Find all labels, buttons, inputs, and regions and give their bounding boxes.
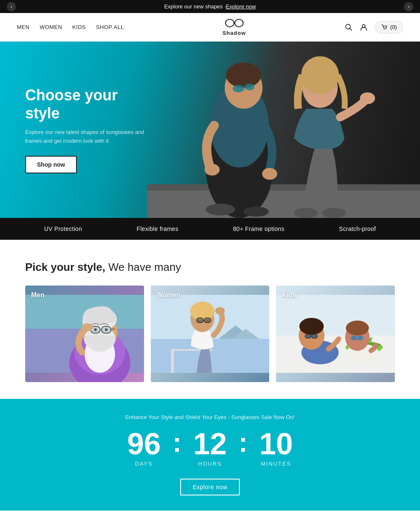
style-card-kids-label: Kids bbox=[282, 291, 297, 299]
nav-left: MEN WOMEN KIDS SHOP ALL bbox=[17, 24, 124, 30]
peoples-pick-section: People's pick 10+ frame options Eyeglass… bbox=[0, 511, 420, 524]
svg-point-20 bbox=[262, 168, 277, 180]
svg-point-27 bbox=[322, 208, 346, 218]
svg-line-3 bbox=[225, 22, 226, 23]
countdown-promo-text: Enhance Your Style and Shield Your Eyes … bbox=[17, 414, 403, 420]
announcement-text: Explore our new shapes · bbox=[164, 3, 226, 10]
countdown-hours-label: HOURS bbox=[198, 461, 222, 467]
cart-count: (0) bbox=[390, 24, 397, 30]
nav-men[interactable]: MEN bbox=[17, 24, 29, 30]
svg-point-9 bbox=[386, 29, 386, 29]
style-card-kids[interactable]: Kids bbox=[276, 286, 395, 382]
svg-line-6 bbox=[350, 28, 352, 30]
svg-point-0 bbox=[226, 19, 234, 27]
countdown-hours: 12 HOURS bbox=[185, 429, 235, 467]
svg-rect-11 bbox=[147, 191, 420, 218]
style-card-women[interactable]: Women bbox=[151, 286, 270, 382]
svg-rect-56 bbox=[204, 318, 210, 322]
svg-point-22 bbox=[244, 207, 269, 217]
hero-illustration bbox=[147, 42, 420, 218]
countdown-explore-button[interactable]: Explore now bbox=[180, 479, 240, 495]
announcement-prev-button[interactable]: ‹ bbox=[7, 2, 16, 11]
style-grid: Men bbox=[25, 286, 395, 382]
hero-title: Choose your style bbox=[25, 86, 151, 122]
svg-rect-50 bbox=[171, 349, 173, 373]
logo-text: Shadow bbox=[223, 30, 246, 36]
countdown-days-number: 96 bbox=[127, 429, 161, 459]
svg-point-17 bbox=[244, 84, 255, 90]
svg-point-72 bbox=[346, 321, 369, 336]
countdown-minutes-number: 10 bbox=[259, 429, 293, 459]
svg-point-53 bbox=[190, 301, 214, 320]
svg-rect-55 bbox=[197, 318, 203, 322]
logo-icon bbox=[225, 18, 244, 30]
style-section-title: Pick your style, We have many bbox=[25, 261, 395, 274]
hero-shop-now-button[interactable]: Shop now bbox=[25, 156, 77, 173]
nav-right: (0) bbox=[344, 21, 403, 34]
countdown-days-label: DAYS bbox=[135, 461, 152, 467]
svg-point-21 bbox=[206, 204, 235, 215]
nav-shop-all[interactable]: SHOP ALL bbox=[96, 24, 124, 30]
account-icon[interactable] bbox=[360, 23, 368, 31]
svg-rect-67 bbox=[305, 334, 311, 338]
svg-rect-73 bbox=[352, 336, 357, 340]
svg-rect-68 bbox=[312, 334, 318, 338]
hero-section: Choose your style Explore our new latest… bbox=[0, 42, 420, 218]
feature-uv-protection: UV Protection bbox=[44, 225, 82, 232]
nav-women[interactable]: WOMEN bbox=[39, 24, 62, 30]
svg-point-44 bbox=[82, 323, 93, 331]
features-bar: UV Protection Flexible frames 80+ Frame … bbox=[0, 218, 420, 240]
style-section: Pick your style, We have many Men bbox=[0, 240, 420, 399]
svg-point-42 bbox=[94, 328, 97, 331]
svg-point-25 bbox=[360, 92, 375, 104]
svg-point-8 bbox=[384, 29, 385, 29]
style-card-men-label: Men bbox=[31, 291, 45, 299]
feature-scratch-proof: Scratch-proof bbox=[339, 225, 376, 232]
feature-flexible-frames: Flexible frames bbox=[136, 225, 178, 232]
countdown-section: Enhance Your Style and Shield Your Eyes … bbox=[0, 399, 420, 511]
svg-point-54 bbox=[215, 307, 225, 314]
search-icon[interactable] bbox=[344, 23, 353, 31]
countdown-days: 96 DAYS bbox=[119, 429, 169, 467]
nav-kids[interactable]: KIDS bbox=[72, 24, 86, 30]
svg-point-16 bbox=[233, 85, 244, 92]
feature-frame-options: 80+ Frame options bbox=[233, 225, 284, 232]
countdown-minutes-label: MINUTES bbox=[261, 461, 291, 467]
hero-description: Explore our new latest shapes of sunglas… bbox=[25, 128, 151, 146]
cart-button[interactable]: (0) bbox=[375, 21, 403, 34]
svg-point-15 bbox=[226, 63, 261, 88]
svg-point-66 bbox=[299, 318, 324, 335]
announcement-link[interactable]: Explore now bbox=[226, 3, 256, 10]
svg-point-19 bbox=[205, 164, 220, 176]
svg-point-1 bbox=[235, 19, 243, 27]
countdown-separator-1: : bbox=[169, 429, 185, 457]
svg-line-4 bbox=[243, 22, 244, 23]
countdown-timer: 96 DAYS : 12 HOURS : 10 MINUTES bbox=[17, 429, 403, 467]
logo[interactable]: Shadow bbox=[223, 18, 246, 36]
countdown-minutes: 10 MINUTES bbox=[251, 429, 301, 467]
svg-point-24 bbox=[301, 56, 339, 94]
svg-rect-74 bbox=[357, 336, 363, 340]
announcement-next-button[interactable]: › bbox=[404, 2, 413, 11]
svg-point-26 bbox=[294, 208, 318, 218]
style-card-men[interactable]: Men bbox=[25, 286, 144, 382]
announcement-bar: ‹ Explore our new shapes · Explore now › bbox=[0, 0, 420, 13]
countdown-separator-2: : bbox=[235, 429, 251, 457]
svg-point-43 bbox=[105, 328, 108, 331]
style-card-women-label: Women bbox=[157, 291, 181, 299]
hero-content: Choose your style Explore our new latest… bbox=[0, 69, 176, 190]
countdown-hours-number: 12 bbox=[193, 429, 227, 459]
header: MEN WOMEN KIDS SHOP ALL Shadow bbox=[0, 13, 420, 42]
